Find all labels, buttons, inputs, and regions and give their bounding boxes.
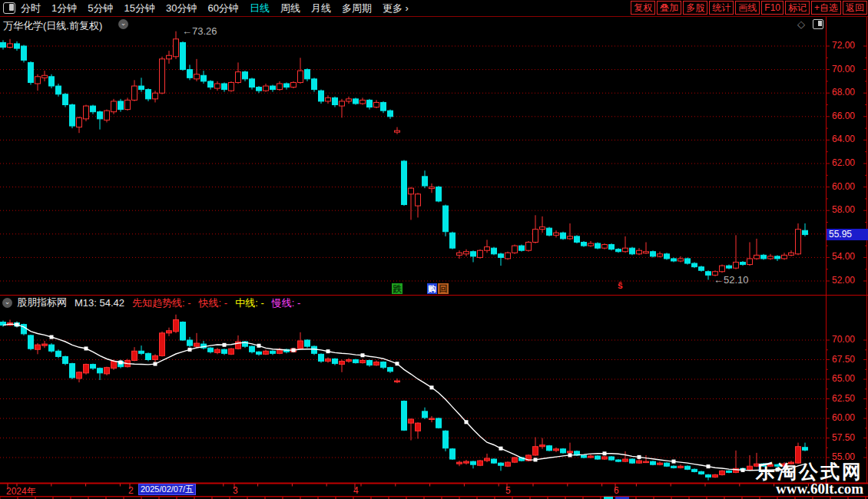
- watermark-url: www.60lt.com: [756, 481, 863, 497]
- period-tab-9[interactable]: 多周期: [342, 2, 372, 15]
- date-tick-label[interactable]: 2024年: [6, 485, 36, 498]
- indicator-ma-value: M13: 54.42: [75, 297, 124, 309]
- candlestick-chart-canvas[interactable]: [0, 0, 868, 499]
- trading-app-window: 分时1分钟5分钟15分钟30分钟60分钟日线周线月线多周期更多 › 复权叠加多股…: [0, 0, 868, 499]
- axis-tick-label: 62.00: [832, 157, 855, 168]
- period-tab-3[interactable]: 15分钟: [124, 2, 154, 15]
- axis-tick-label: 60.00: [832, 412, 855, 423]
- period-tab-7[interactable]: 周线: [280, 2, 300, 15]
- chevron-down-icon[interactable]: ⌄: [118, 19, 128, 29]
- watermark: 乐淘公式网 www.60lt.com: [756, 461, 863, 497]
- date-tick-label[interactable]: 2: [128, 485, 134, 496]
- axis-tick-label: 64.00: [832, 134, 855, 144]
- indicator-legend-2: 中线: -: [235, 297, 264, 309]
- toolbar-button-2[interactable]: 多股: [683, 1, 707, 15]
- toolbar-button-7[interactable]: +自选: [811, 1, 841, 15]
- period-tabs: 分时1分钟5分钟15分钟30分钟60分钟日线周线月线多周期更多 ›: [21, 0, 409, 16]
- axis-tick-label: 67.50: [832, 354, 855, 365]
- date-tick-label[interactable]: 5: [505, 485, 511, 496]
- layout-panel-icon[interactable]: [3, 2, 15, 14]
- toolbar-button-1[interactable]: 叠加: [657, 1, 681, 15]
- last-price-marker: 55.95: [827, 229, 868, 240]
- date-tick-label[interactable]: 4: [353, 485, 359, 496]
- indicator-source-label: 股朋指标网: [17, 296, 67, 309]
- toolbar-right-buttons: 复权叠加多股统计画线F10标记+自选返回: [631, 1, 867, 15]
- toolbar-button-4[interactable]: 画线: [735, 1, 760, 15]
- period-tab-2[interactable]: 5分钟: [88, 2, 113, 15]
- axis-tick-label: 54.00: [832, 251, 855, 262]
- indicator-legend-0: 先知趋势线: -: [132, 297, 191, 309]
- toolbar-button-8[interactable]: 返回: [843, 1, 867, 15]
- period-tab-4[interactable]: 30分钟: [166, 2, 197, 15]
- selected-date-label[interactable]: 2025/02/07/五: [138, 484, 196, 495]
- axis-tick-label: 66.00: [832, 111, 855, 121]
- axis-tick-label: 62.50: [832, 393, 855, 404]
- axis-tick-label: 72.00: [832, 40, 855, 51]
- period-tab-5[interactable]: 60分钟: [207, 2, 238, 15]
- date-tick-label[interactable]: 6: [614, 485, 619, 496]
- signal-s-marker: ŝ: [618, 280, 623, 291]
- diamond-icon[interactable]: ◇: [797, 18, 805, 30]
- axis-tick-label: 70.00: [832, 334, 855, 345]
- toolbar-button-3[interactable]: 统计: [709, 1, 734, 15]
- indicator-line-legend: 先知趋势线: -快线: -中线: -慢线: -: [124, 296, 300, 310]
- axis-tick-label: 65.00: [832, 373, 855, 384]
- axis-tick-label: 58.00: [832, 204, 855, 215]
- period-tab-0[interactable]: 分时: [21, 2, 41, 15]
- axis-tick-label: 60.00: [832, 181, 855, 192]
- axis-tick-label: 70.00: [832, 64, 855, 74]
- split-panel-icon[interactable]: [813, 19, 823, 29]
- buyback-badge-right[interactable]: 回: [438, 283, 449, 294]
- low-price-annotation: ←52.10: [714, 274, 749, 286]
- indicator-legend-3: 慢线: -: [272, 297, 301, 309]
- axis-tick-label: 57.50: [832, 432, 855, 443]
- chart-title: 万华化学(日线.前复权): [3, 19, 102, 33]
- fall-event-badge[interactable]: 跌: [392, 283, 403, 294]
- axis-tick-label: 52.00: [832, 275, 855, 286]
- toolbar-button-6[interactable]: 标记: [785, 1, 810, 15]
- date-tick-label[interactable]: 3: [233, 485, 238, 496]
- indicator-header: ⌄ 股朋指标网 M13: 54.42 先知趋势线: -快线: -中线: -慢线:…: [0, 296, 300, 309]
- chevron-down-icon[interactable]: ⌄: [2, 298, 12, 308]
- toolbar-button-5[interactable]: F10: [761, 1, 784, 15]
- period-tab-6[interactable]: 日线: [250, 2, 270, 15]
- buyback-badge-left[interactable]: 购: [427, 283, 437, 294]
- period-toolbar: 分时1分钟5分钟15分钟30分钟60分钟日线周线月线多周期更多 › 复权叠加多股…: [0, 0, 868, 16]
- axis-tick-label: 68.00: [832, 87, 855, 97]
- indicator-legend-1: 快线: -: [199, 297, 228, 309]
- period-tab-8[interactable]: 月线: [311, 2, 331, 15]
- toolbar-button-0[interactable]: 复权: [631, 1, 655, 15]
- period-tab-10[interactable]: 更多 ›: [383, 2, 409, 15]
- high-price-annotation: ←73.26: [182, 25, 217, 37]
- watermark-site-name: 乐淘公式网: [756, 461, 863, 481]
- period-tab-1[interactable]: 1分钟: [51, 2, 77, 15]
